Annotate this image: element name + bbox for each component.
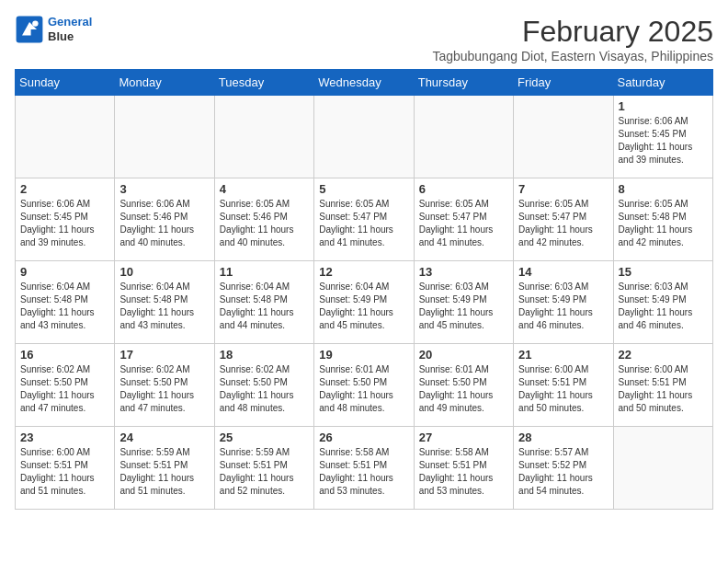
weekday-sunday: Sunday [16,70,115,96]
day-info: Sunrise: 6:04 AM Sunset: 5:48 PM Dayligh… [220,281,309,332]
weekday-monday: Monday [115,70,214,96]
weekday-saturday: Saturday [613,70,712,96]
day-number: 22 [619,348,708,362]
title-area: February 2025 Tagbubungang Diot, Eastern… [432,15,713,63]
day-number: 26 [319,431,408,444]
logo-line1: General [48,15,92,29]
calendar-cell: 25Sunrise: 5:59 AM Sunset: 5:51 PM Dayli… [214,427,313,510]
calendar-body: 1Sunrise: 6:06 AM Sunset: 5:45 PM Daylig… [16,96,713,510]
day-number: 19 [319,348,408,362]
calendar-cell [613,427,712,510]
day-number: 20 [419,348,508,362]
day-number: 15 [619,265,708,279]
calendar: SundayMondayTuesdayWednesdayThursdayFrid… [15,69,713,510]
calendar-cell: 11Sunrise: 6:04 AM Sunset: 5:48 PM Dayli… [214,261,313,344]
day-info: Sunrise: 6:06 AM Sunset: 5:45 PM Dayligh… [619,115,708,167]
weekday-thursday: Thursday [414,70,513,96]
weekday-header-row: SundayMondayTuesdayWednesdayThursdayFrid… [16,70,713,96]
calendar-week-4: 16Sunrise: 6:02 AM Sunset: 5:50 PM Dayli… [16,344,713,427]
day-info: Sunrise: 6:01 AM Sunset: 5:50 PM Dayligh… [319,363,408,415]
day-number: 27 [419,431,508,444]
calendar-cell: 1Sunrise: 6:06 AM Sunset: 5:45 PM Daylig… [613,96,712,178]
day-number: 4 [220,182,309,196]
calendar-cell [115,96,214,178]
calendar-cell: 10Sunrise: 6:04 AM Sunset: 5:48 PM Dayli… [115,261,214,344]
calendar-cell: 17Sunrise: 6:02 AM Sunset: 5:50 PM Dayli… [115,344,214,427]
calendar-cell: 26Sunrise: 5:58 AM Sunset: 5:51 PM Dayli… [314,427,414,510]
calendar-cell: 14Sunrise: 6:03 AM Sunset: 5:49 PM Dayli… [514,261,613,344]
calendar-cell: 20Sunrise: 6:01 AM Sunset: 5:50 PM Dayli… [414,344,513,427]
day-info: Sunrise: 6:04 AM Sunset: 5:48 PM Dayligh… [119,281,209,332]
calendar-header: SundayMondayTuesdayWednesdayThursdayFrid… [16,70,713,96]
calendar-cell: 6Sunrise: 6:05 AM Sunset: 5:47 PM Daylig… [414,178,513,261]
day-number: 17 [119,348,209,362]
day-info: Sunrise: 6:05 AM Sunset: 5:46 PM Dayligh… [220,198,309,249]
day-info: Sunrise: 6:03 AM Sunset: 5:49 PM Dayligh… [419,281,508,332]
calendar-cell: 16Sunrise: 6:02 AM Sunset: 5:50 PM Dayli… [16,344,115,427]
calendar-cell: 8Sunrise: 6:05 AM Sunset: 5:48 PM Daylig… [613,178,712,261]
day-info: Sunrise: 5:57 AM Sunset: 5:52 PM Dayligh… [518,446,608,498]
calendar-cell: 18Sunrise: 6:02 AM Sunset: 5:50 PM Dayli… [214,344,313,427]
calendar-cell: 28Sunrise: 5:57 AM Sunset: 5:52 PM Dayli… [514,427,613,510]
calendar-cell: 9Sunrise: 6:04 AM Sunset: 5:48 PM Daylig… [16,261,115,344]
day-info: Sunrise: 6:01 AM Sunset: 5:50 PM Dayligh… [419,363,508,415]
day-number: 7 [518,182,608,196]
day-info: Sunrise: 6:06 AM Sunset: 5:45 PM Dayligh… [20,198,109,249]
subtitle: Tagbubungang Diot, Eastern Visayas, Phil… [432,49,713,63]
day-info: Sunrise: 5:59 AM Sunset: 5:51 PM Dayligh… [119,446,209,498]
day-number: 13 [419,265,508,279]
main-title: February 2025 [432,15,713,49]
day-info: Sunrise: 6:03 AM Sunset: 5:49 PM Dayligh… [619,281,708,332]
day-number: 8 [619,182,708,196]
calendar-cell: 5Sunrise: 6:05 AM Sunset: 5:47 PM Daylig… [314,178,414,261]
day-info: Sunrise: 5:59 AM Sunset: 5:51 PM Dayligh… [220,446,309,498]
day-info: Sunrise: 6:05 AM Sunset: 5:47 PM Dayligh… [419,198,508,249]
day-info: Sunrise: 6:00 AM Sunset: 5:51 PM Dayligh… [518,363,608,415]
logo-line2: Blue [48,29,92,44]
calendar-week-5: 23Sunrise: 6:00 AM Sunset: 5:51 PM Dayli… [16,427,713,510]
day-number: 23 [20,431,109,444]
day-info: Sunrise: 6:00 AM Sunset: 5:51 PM Dayligh… [619,363,708,415]
day-number: 24 [119,431,209,444]
calendar-cell: 3Sunrise: 6:06 AM Sunset: 5:46 PM Daylig… [115,178,214,261]
calendar-week-2: 2Sunrise: 6:06 AM Sunset: 5:45 PM Daylig… [16,178,713,261]
svg-point-2 [32,20,38,26]
day-info: Sunrise: 6:05 AM Sunset: 5:47 PM Dayligh… [518,198,608,249]
day-info: Sunrise: 6:05 AM Sunset: 5:47 PM Dayligh… [319,198,408,249]
calendar-cell [16,96,115,178]
day-number: 25 [220,431,309,444]
day-number: 9 [20,265,109,279]
calendar-cell [414,96,513,178]
calendar-cell: 7Sunrise: 6:05 AM Sunset: 5:47 PM Daylig… [514,178,613,261]
calendar-cell: 22Sunrise: 6:00 AM Sunset: 5:51 PM Dayli… [613,344,712,427]
day-info: Sunrise: 6:02 AM Sunset: 5:50 PM Dayligh… [119,363,209,415]
weekday-tuesday: Tuesday [214,70,313,96]
day-number: 5 [319,182,408,196]
calendar-cell: 4Sunrise: 6:05 AM Sunset: 5:46 PM Daylig… [214,178,313,261]
day-number: 1 [619,99,708,113]
page-header: General Blue February 2025 Tagbubungang … [15,15,713,63]
day-info: Sunrise: 6:03 AM Sunset: 5:49 PM Dayligh… [518,281,608,332]
day-number: 11 [220,265,309,279]
day-number: 14 [518,265,608,279]
logo-text: General Blue [48,15,92,43]
day-number: 18 [220,348,309,362]
calendar-cell [514,96,613,178]
day-number: 3 [119,182,209,196]
calendar-cell: 13Sunrise: 6:03 AM Sunset: 5:49 PM Dayli… [414,261,513,344]
day-info: Sunrise: 5:58 AM Sunset: 5:51 PM Dayligh… [319,446,408,498]
logo-icon [15,15,44,44]
day-number: 6 [419,182,508,196]
logo: General Blue [15,15,92,44]
calendar-cell [214,96,313,178]
calendar-cell: 15Sunrise: 6:03 AM Sunset: 5:49 PM Dayli… [613,261,712,344]
day-info: Sunrise: 5:58 AM Sunset: 5:51 PM Dayligh… [419,446,508,498]
calendar-cell [314,96,414,178]
calendar-week-1: 1Sunrise: 6:06 AM Sunset: 5:45 PM Daylig… [16,96,713,178]
day-info: Sunrise: 6:05 AM Sunset: 5:48 PM Dayligh… [619,198,708,249]
day-number: 28 [518,431,608,444]
day-info: Sunrise: 6:02 AM Sunset: 5:50 PM Dayligh… [20,363,109,415]
calendar-cell: 27Sunrise: 5:58 AM Sunset: 5:51 PM Dayli… [414,427,513,510]
calendar-cell: 2Sunrise: 6:06 AM Sunset: 5:45 PM Daylig… [16,178,115,261]
day-info: Sunrise: 6:02 AM Sunset: 5:50 PM Dayligh… [220,363,309,415]
